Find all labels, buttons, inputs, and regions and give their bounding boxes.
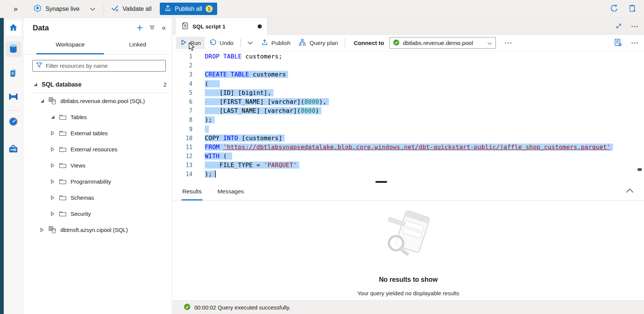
- nav-home[interactable]: [6, 20, 21, 36]
- toolbar-overflow-button[interactable]: ···: [631, 39, 639, 47]
- code-line[interactable]: 10COPY INTO [customers]: [173, 134, 644, 143]
- tree-item[interactable]: dbtmsft.azsyn.cipool (SQL): [23, 222, 172, 238]
- code-line[interactable]: 12WITH (: [173, 152, 644, 161]
- monitor-icon: [8, 117, 18, 128]
- code-line[interactable]: 9​: [173, 125, 644, 134]
- code-line[interactable]: 6····[FIRST_NAME] [varchar](8000),: [173, 97, 644, 106]
- results-tab-bar: ResultsMessages: [173, 184, 644, 200]
- nav-develop[interactable]: [6, 66, 21, 81]
- query-plan-button[interactable]: Query plan: [294, 37, 342, 49]
- data-icon: [9, 43, 18, 55]
- nav-data[interactable]: [6, 41, 21, 57]
- chevron-collapsed-icon[interactable]: [50, 179, 55, 184]
- chevron-down-icon: [90, 6, 95, 12]
- chevron-expanded-icon[interactable]: [50, 115, 55, 119]
- tree-item[interactable]: Schemas: [23, 190, 172, 206]
- code-line[interactable]: 4(: [173, 79, 644, 88]
- line-number: 8: [173, 115, 192, 124]
- tree-section-sql-database[interactable]: SQL database2: [23, 76, 172, 93]
- scrollbar-cursor-mark: [638, 168, 642, 171]
- rail-accent-strip: [0, 18, 4, 314]
- nav-manage[interactable]: [6, 142, 21, 157]
- trash-icon[interactable]: [628, 4, 636, 14]
- run-options-chevron[interactable]: [243, 37, 257, 49]
- refresh-icon[interactable]: [609, 4, 619, 14]
- query-plan-icon: [299, 39, 306, 48]
- code-line[interactable]: 5····[ID] [bigint],: [173, 88, 644, 97]
- code-line[interactable]: 13····FILE_TYPE = 'PARQUET': [173, 161, 644, 170]
- chevron-collapsed-icon[interactable]: [50, 131, 55, 136]
- develop-icon: [9, 68, 18, 79]
- filter-input[interactable]: [46, 63, 162, 69]
- line-number: 14: [173, 170, 192, 179]
- pool-status-ok-icon: [393, 39, 399, 47]
- chevron-expanded-icon[interactable]: [40, 99, 45, 103]
- chevron-collapsed-icon[interactable]: [50, 211, 55, 216]
- folder-icon: [59, 162, 67, 169]
- panel-resize-handle[interactable]: [375, 181, 387, 183]
- collapse-results-icon[interactable]: [625, 188, 634, 194]
- run-button[interactable]: Run: [176, 37, 205, 49]
- tab-title: SQL script 1: [192, 23, 225, 30]
- tree-item[interactable]: External resources: [23, 141, 172, 157]
- top-command-bar: » Synapse live Validate all Publish all …: [0, 0, 644, 18]
- success-check-icon: [184, 304, 191, 311]
- collapse-all-icon[interactable]: [149, 24, 155, 31]
- tab-messages[interactable]: Messages: [217, 188, 245, 200]
- undo-button[interactable]: Undo: [205, 37, 237, 49]
- expand-nav-button[interactable]: »: [14, 4, 18, 13]
- tree-item[interactable]: Security: [23, 206, 172, 222]
- expand-editor-icon[interactable]: [615, 22, 622, 31]
- mode-selector[interactable]: Synapse live: [33, 4, 95, 13]
- empty-results-state: No results to show Your query yielded no…: [173, 200, 644, 296]
- code-editor[interactable]: 1DROP TABLE customers;23CREATE TABLE cus…: [173, 51, 644, 183]
- code-line[interactable]: 7····[LAST_NAME] [varchar](8000): [173, 106, 644, 115]
- publish-label: Publish: [272, 40, 291, 46]
- validate-all-button[interactable]: Validate all: [111, 4, 152, 13]
- tree-item[interactable]: Views: [23, 157, 172, 173]
- publish-icon: [261, 39, 268, 47]
- synapse-live-icon: [33, 4, 42, 13]
- code-line[interactable]: 14);: [173, 170, 644, 179]
- chevron-collapsed-icon[interactable]: [50, 195, 55, 200]
- validate-check-icon: [111, 4, 119, 13]
- tab-more-button[interactable]: ···: [631, 23, 639, 30]
- folder-icon: [59, 211, 67, 217]
- tree-item[interactable]: Tables: [23, 109, 172, 125]
- line-number: 6: [173, 97, 192, 106]
- folder-icon: [59, 146, 67, 153]
- code-line[interactable]: 1DROP TABLE customers;: [173, 52, 644, 61]
- editor-tab-bar: SQL script 1 ···: [173, 18, 644, 35]
- publish-button[interactable]: Publish: [257, 37, 295, 49]
- nav-monitor[interactable]: [6, 114, 21, 130]
- publish-upload-icon: [164, 4, 171, 13]
- tab-linked[interactable]: Linked: [104, 36, 171, 54]
- collapse-panel-button[interactable]: «: [162, 24, 166, 32]
- chevron-collapsed-icon[interactable]: [50, 163, 55, 168]
- add-resource-button[interactable]: +: [137, 24, 143, 31]
- status-bar: 00:00:02 Query executed successfully.: [173, 300, 644, 314]
- code-line[interactable]: 11FROM 'https://dbtlabsynapsedatalake.bl…: [173, 143, 644, 152]
- tree-item[interactable]: Programmability: [23, 173, 172, 190]
- line-number: 9: [173, 125, 192, 134]
- code-line[interactable]: 3CREATE TABLE customers: [173, 70, 644, 79]
- tree-item[interactable]: dbtlabs.revenue.demo.pool (SQL): [23, 93, 172, 109]
- chevron-collapsed-icon[interactable]: [50, 147, 55, 152]
- toolbar-more-button[interactable]: ···: [505, 39, 512, 47]
- pool-select[interactable]: dbtlabs.revenue.demo.pool: [389, 37, 496, 49]
- code-line[interactable]: 2: [173, 61, 644, 70]
- chevron-collapsed-icon[interactable]: [40, 227, 45, 232]
- tree-item[interactable]: External tables: [23, 125, 172, 141]
- publish-count-badge: 1: [206, 5, 213, 12]
- tab-workspace[interactable]: Workspace: [36, 36, 104, 54]
- undo-label: Undo: [219, 40, 233, 46]
- activity-bar: [0, 18, 23, 314]
- tab-sql-script-1[interactable]: SQL script 1: [176, 18, 267, 35]
- nav-integrate[interactable]: [6, 89, 21, 105]
- divider: [345, 39, 345, 47]
- activity-bar-items: [4, 18, 23, 314]
- tab-results[interactable]: Results: [182, 188, 203, 200]
- publish-all-button[interactable]: Publish all 1: [160, 3, 217, 15]
- properties-icon[interactable]: [614, 38, 622, 48]
- code-line[interactable]: 8);: [173, 115, 644, 124]
